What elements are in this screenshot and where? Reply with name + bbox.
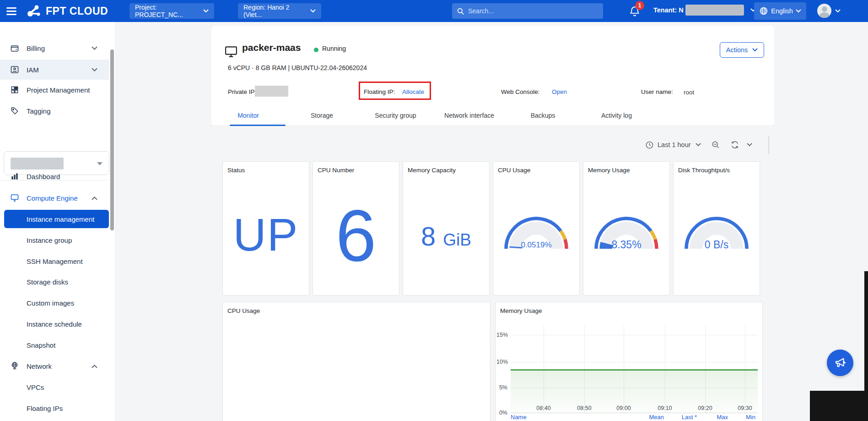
notification-badge: 1 [635,1,644,10]
sidebar-item-network[interactable]: Network [0,357,109,375]
chevron-up-icon [92,196,97,200]
refresh-button[interactable] [730,140,739,149]
refresh-interval-dropdown[interactable] [747,143,752,147]
sidebar-item-custom-images[interactable]: Custom images [0,294,109,312]
y-tick: 15% [496,332,507,338]
legend-col-name[interactable]: Name [511,414,527,421]
panel-memory-usage-chart: Memory Usage 15% 10% 5% 0% 08:40 08:50 0… [495,302,763,421]
sidebar-item-floating-ips[interactable]: Floating IPs [0,399,109,417]
panel-title: CPU Usage [227,307,260,314]
panel-cpu-usage-chart: CPU Usage [222,302,491,421]
sidebar-item-snapshot[interactable]: Snapshot [0,336,109,354]
sidebar-item-storage-disks[interactable]: Storage disks [0,273,109,291]
chevron-down-icon [310,9,316,13]
sidebar-item-compute-engine[interactable]: Compute Engine [0,189,109,207]
clock-icon [645,141,654,149]
web-console-label: Web Console: [501,88,540,95]
zoom-out-button[interactable] [711,140,720,149]
time-range-picker[interactable]: Last 1 hour [645,141,701,149]
x-tick: 08:50 [573,405,596,411]
sidebar-item-instance-management[interactable]: Instance management [4,210,109,228]
private-ip-redacted-value [255,86,288,97]
fpt-molecule-icon [26,4,42,18]
open-console-link[interactable]: Open [552,88,567,95]
tab-network-interface[interactable]: Network interface [432,106,506,126]
menu-icon[interactable] [5,5,17,16]
chevron-down-icon [203,9,209,13]
legend-col-min[interactable]: Min [723,414,755,421]
legend-col-last[interactable]: Last * [665,414,697,421]
language-selector[interactable]: English [754,2,806,20]
legend-col-mean[interactable]: Mean [632,414,664,421]
memory-capacity-value: 8 GiB [421,221,471,252]
allocate-link[interactable]: Allocate [402,88,424,95]
user-name-value: root [684,89,694,96]
sidebar-item-billing[interactable]: Billing [0,39,109,57]
grid-icon [10,85,19,94]
x-tick: 09:30 [733,405,756,411]
tab-activity-log[interactable]: Activity log [580,106,653,126]
tab-backups[interactable]: Backups [506,106,580,126]
project-selector[interactable]: Project: PROJECT_NC... [129,3,214,19]
sidebar-item-instance-group[interactable]: Instance group [0,231,109,249]
sidebar-item-ssh-management[interactable]: SSH Management [0,252,109,270]
panel-title: Memory Usage [500,307,542,314]
actions-button[interactable]: Actions [720,42,764,58]
memory-series-line [511,369,758,371]
sidebar-item-dashboard[interactable]: Dashboard [0,167,109,186]
panel-disk-throughput-gauge: Disk Throughtput/s 0 B/s [673,161,760,295]
panel-title: Memory Usage [588,167,630,174]
id-card-icon [10,65,19,74]
disk-throughput-value: 0 B/s [674,239,760,251]
network-globe-icon [10,361,19,371]
panel-memory-usage-gauge: Memory Usage 8.35% [583,161,670,295]
chevron-up-icon [92,364,97,368]
search-icon [457,7,464,15]
app-root: FPT CLOUD Project: PROJECT_NC... Region:… [0,0,868,421]
floating-ip-label: Floating IP: [364,88,395,95]
tab-storage[interactable]: Storage [285,106,359,126]
panel-cpu-usage-gauge: CPU Usage 0.0519% [493,161,580,295]
status-value: UP [233,208,299,261]
instance-header-card: packer-maas Running 6 vCPU · 8 GB RAM | … [211,26,774,126]
chevron-down-icon [92,46,97,50]
search-input[interactable] [468,7,587,15]
tenant-selector[interactable]: Tenant: N [653,6,756,14]
sidebar-scrollbar[interactable] [110,49,114,230]
megaphone-icon [833,356,847,370]
region-selector[interactable]: Region: Hanoi 2 (Viet... [238,3,321,19]
sidebar-item-tagging[interactable]: Tagging [0,102,109,120]
tenant-redacted-value [685,5,744,16]
cpu-usage-value: 0.0519% [493,241,579,250]
sidebar: Billing IAM Project Man [0,22,115,421]
active-tab-underline [230,125,286,126]
sidebar-item-iam[interactable]: IAM [0,60,109,80]
sidebar-item-instance-schedule[interactable]: Instance schedule [0,315,109,333]
tab-monitor[interactable]: Monitor [211,106,285,126]
tag-icon [10,106,19,115]
chevron-down-icon [796,9,801,13]
bar-chart-icon [10,172,19,181]
status-text: Running [322,45,346,52]
instance-specs: 6 vCPU · 8 GB RAM | UBUNTU-22.04-2606202… [228,64,367,71]
logo-text: FPT CLOUD [46,5,108,17]
cpu-number-value: 6 [336,193,377,278]
memory-usage-value: 8.35% [583,239,669,251]
instance-name: packer-maas [242,42,301,53]
user-menu[interactable] [817,4,841,18]
y-tick: 10% [496,359,507,365]
gridline [511,335,758,335]
chevron-down-icon [747,143,752,147]
avatar [817,4,831,18]
sidebar-item-vpcs[interactable]: VPCs [0,378,109,396]
search-box [452,3,603,19]
sidebar-item-project-management[interactable]: Project Management [0,81,109,99]
gridline [511,362,758,362]
announcement-fab[interactable] [827,350,853,376]
chevron-down-icon [695,143,701,147]
wallet-icon [10,44,19,53]
panel-cpu-number: CPU Number 6 [313,161,399,295]
brand-logo: FPT CLOUD [26,4,108,18]
tab-security-group[interactable]: Security group [359,106,432,126]
status-dot [314,48,318,52]
